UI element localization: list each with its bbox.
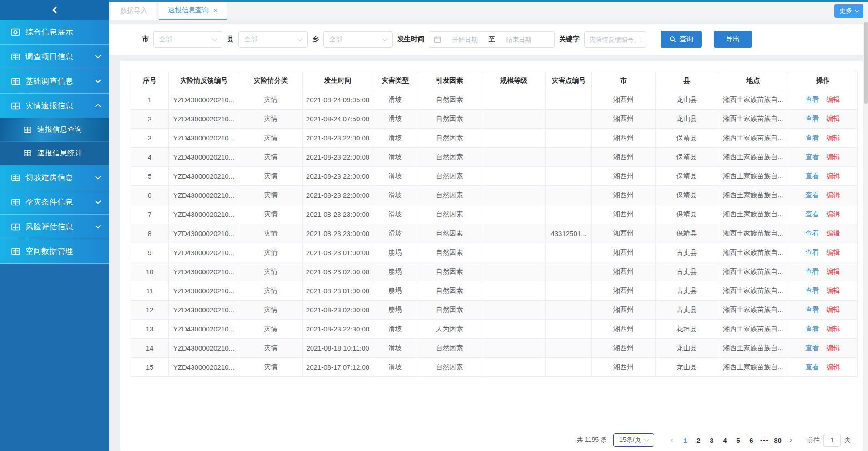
scrollbar-thumb[interactable] <box>864 22 868 104</box>
edit-link[interactable]: 编辑 <box>827 172 840 180</box>
col-header-occur-time: 发生时间 <box>303 71 373 90</box>
pager-page-5[interactable]: 5 <box>732 436 745 444</box>
keyword-input[interactable] <box>584 31 646 48</box>
edit-link[interactable]: 编辑 <box>827 229 840 237</box>
table-cell: 灾情 <box>239 186 303 205</box>
view-link[interactable]: 查看 <box>806 267 819 275</box>
page-size-select[interactable]: 15条/页 <box>613 433 654 447</box>
edit-link[interactable]: 编辑 <box>827 248 840 256</box>
sidebar-item-spatial-data[interactable]: 空间数据管理 <box>0 239 109 264</box>
sidebar-item-survey-project[interactable]: 调查项目信息 <box>0 45 109 69</box>
view-link[interactable]: 查看 <box>806 248 819 256</box>
view-link[interactable]: 查看 <box>806 153 819 160</box>
table-cell: 龙山县 <box>656 90 718 110</box>
pager-page-6[interactable]: 6 <box>745 436 758 444</box>
view-link[interactable]: 查看 <box>806 306 819 313</box>
sidebar-item-disaster-report[interactable]: 灾情速报信息 <box>0 94 109 118</box>
table-cell: 湘西土家族苗族自... <box>718 262 788 281</box>
pagination: 共 1195 条 15条/页 ‹ 123456•••80 › 前往 页 <box>577 433 851 447</box>
table-cell <box>546 186 592 205</box>
township-select[interactable]: 全部 <box>323 31 393 48</box>
city-select[interactable]: 全部 <box>153 31 222 48</box>
view-link[interactable]: 查看 <box>806 134 819 141</box>
pager-page-3[interactable]: 3 <box>705 436 718 444</box>
goto-page-input[interactable] <box>823 434 841 447</box>
edit-link[interactable]: 编辑 <box>827 344 840 351</box>
table-card: 序号 灾险情反馈编号 灾险情分类 发生时间 灾害类型 引发因素 规模等级 灾害点… <box>120 61 863 451</box>
view-link[interactable]: 查看 <box>806 172 819 180</box>
table-row: 11YZD43000020210...灾情2021-08-23 01:00:00… <box>131 281 858 301</box>
table-row: 2YZD43000020210...灾情2021-08-24 07:50:00滑… <box>131 110 858 129</box>
table-cell: 灾情 <box>239 110 303 129</box>
table-cell-actions: 查看编辑 <box>788 320 858 339</box>
end-date-input[interactable] <box>498 36 540 43</box>
next-page-button[interactable]: › <box>784 436 798 444</box>
view-link[interactable]: 查看 <box>806 95 819 103</box>
table-cell: 15 <box>131 358 169 377</box>
tab-data-import[interactable]: 数据导入 <box>111 2 156 20</box>
table-cell: 3 <box>131 129 169 148</box>
table-cell: 14 <box>131 339 169 358</box>
sidebar-item-risk-assessment[interactable]: 风险评估信息 <box>0 215 109 239</box>
sidebar-item-integrated-display[interactable]: 综合信息展示 <box>0 20 109 45</box>
vertical-scrollbar[interactable] <box>863 20 868 451</box>
county-select[interactable]: 全部 <box>238 31 308 48</box>
date-range-picker[interactable]: 至 <box>429 31 555 48</box>
edit-link[interactable]: 编辑 <box>827 95 840 103</box>
tab-report-query[interactable]: 速报信息查询 × <box>159 2 227 20</box>
pager-ellipsis[interactable]: ••• <box>758 436 771 444</box>
chevron-down-icon <box>95 174 101 180</box>
pager-page-2[interactable]: 2 <box>692 436 705 444</box>
export-button[interactable]: 导出 <box>714 31 752 48</box>
sidebar-subitem-report-stats[interactable]: 速报信息统计 <box>0 142 109 165</box>
view-link[interactable]: 查看 <box>806 344 819 351</box>
view-link[interactable]: 查看 <box>806 363 819 371</box>
edit-link[interactable]: 编辑 <box>827 325 840 332</box>
edit-link[interactable]: 编辑 <box>827 363 840 371</box>
edit-link[interactable]: 编辑 <box>827 286 840 294</box>
edit-link[interactable]: 编辑 <box>827 115 840 122</box>
sidebar-item-label: 速报信息查询 <box>37 125 82 135</box>
table-cell: YZD43000020210... <box>169 301 239 320</box>
table-cell: 10 <box>131 262 169 281</box>
pager-page-4[interactable]: 4 <box>718 436 732 444</box>
view-link[interactable]: 查看 <box>806 191 819 199</box>
prev-page-button[interactable]: ‹ <box>665 436 679 444</box>
edit-link[interactable]: 编辑 <box>827 191 840 199</box>
city-label: 市 <box>142 35 149 44</box>
table-row: 12YZD43000020210...灾情2021-08-23 02:00:00… <box>131 301 858 320</box>
table-cell <box>482 358 546 377</box>
table-cell: 湘西土家族苗族自... <box>718 224 788 243</box>
view-link[interactable]: 查看 <box>806 210 819 218</box>
sidebar-subitem-report-query[interactable]: 速报信息查询 <box>0 118 109 142</box>
edit-link[interactable]: 编辑 <box>827 134 840 141</box>
view-link[interactable]: 查看 <box>806 115 819 122</box>
app-window: 综合信息展示 调查项目信息 基础调查信息 <box>0 0 868 451</box>
table-cell: 自然因素 <box>417 148 482 167</box>
view-link[interactable]: 查看 <box>806 229 819 237</box>
sidebar-item-basic-survey[interactable]: 基础调查信息 <box>0 69 109 94</box>
view-link[interactable]: 查看 <box>806 325 819 332</box>
pager-page-80[interactable]: 80 <box>771 436 784 444</box>
edit-link[interactable]: 编辑 <box>827 210 840 218</box>
table-cell: YZD43000020210... <box>169 110 239 129</box>
start-date-input[interactable] <box>444 36 486 43</box>
table-cell: 1 <box>131 90 169 110</box>
table-cell: YZD43000020210... <box>169 129 239 148</box>
edit-link[interactable]: 编辑 <box>827 306 840 313</box>
sidebar-item-slope-housing[interactable]: 切坡建房信息 <box>0 165 109 190</box>
dashboard-icon <box>11 28 20 36</box>
col-header-category: 灾险情分类 <box>239 71 303 90</box>
search-button[interactable]: 查询 <box>661 31 702 48</box>
table-cell: 滑坡 <box>373 110 417 129</box>
close-icon[interactable]: × <box>213 6 217 14</box>
pager-page-1[interactable]: 1 <box>679 436 692 444</box>
table-cell: 滑坡 <box>373 129 417 148</box>
more-button[interactable]: 更多 <box>834 4 863 18</box>
sidebar-item-hazard-conditions[interactable]: 孕灾条件信息 <box>0 190 109 215</box>
sidebar-collapse-button[interactable] <box>0 0 109 20</box>
table-cell: 11 <box>131 281 169 301</box>
edit-link[interactable]: 编辑 <box>827 267 840 275</box>
view-link[interactable]: 查看 <box>806 286 819 294</box>
edit-link[interactable]: 编辑 <box>827 153 840 160</box>
